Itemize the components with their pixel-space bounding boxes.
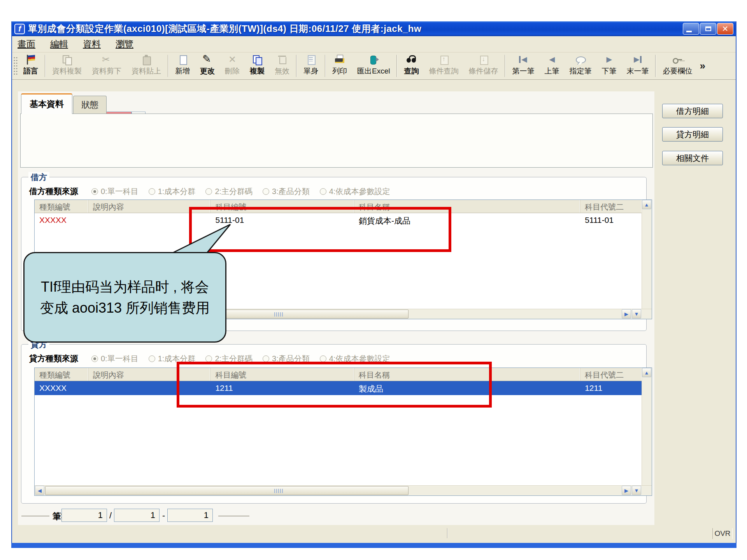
toolbar-label: 資料貼上 xyxy=(132,66,161,76)
toolbar-first-record[interactable]: 第一筆 xyxy=(507,52,539,79)
maximize-button[interactable] xyxy=(700,23,716,35)
close-button[interactable]: ✕ xyxy=(717,23,733,35)
scroll-left-icon[interactable]: ◀ xyxy=(35,486,44,495)
credit-source-label: 貸方種類來源 xyxy=(29,353,78,364)
toolbar-grip[interactable] xyxy=(13,56,18,76)
scroll-down-icon[interactable]: ▼ xyxy=(632,309,641,318)
radio-icon xyxy=(91,355,98,362)
toolbar-export-excel[interactable]: 匯出Excel xyxy=(352,52,395,79)
debit-vscrollbar[interactable]: ▲ xyxy=(642,200,652,309)
debit-option-4[interactable]: 4:依成本參數設定 xyxy=(320,186,390,197)
toolbar-label: 更改 xyxy=(200,66,215,76)
cell-type-no: XXXXX xyxy=(35,381,88,395)
toolbar-void[interactable]: 無效 xyxy=(270,52,295,79)
toolbar: 語言 資料複製 資料剪下 資料貼上 新增 更改 刪除 複製 無效 單身 列印 匯… xyxy=(12,52,736,80)
toolbar-data-copy[interactable]: 資料複製 xyxy=(47,52,87,79)
goto-record-icon xyxy=(575,54,586,66)
record-selected-field[interactable]: 1 xyxy=(167,509,213,522)
minimize-icon xyxy=(686,31,692,32)
footer-rule-right xyxy=(218,516,249,517)
toolbar-separator xyxy=(655,55,656,77)
related-docs-button[interactable]: 相關文件 xyxy=(662,151,723,165)
copy-icon xyxy=(61,54,73,66)
last-record-icon xyxy=(632,54,644,66)
radio-icon xyxy=(205,188,212,195)
debit-option-2[interactable]: 2:主分群碼 xyxy=(205,186,253,197)
debit-option-0[interactable]: 0:單一科目 xyxy=(91,186,139,197)
column-header[interactable]: 種類編號 xyxy=(35,368,88,381)
cell-type-no: XXXXX xyxy=(35,213,88,227)
scroll-down-icon[interactable]: ▼ xyxy=(632,486,641,495)
toolbar-label: 複製 xyxy=(250,66,265,76)
toolbar-print[interactable]: 列印 xyxy=(327,52,352,79)
maximize-icon xyxy=(705,26,711,31)
toolbar-label: 末一筆 xyxy=(626,66,649,76)
toolbar-label: 新增 xyxy=(175,66,190,76)
record-total-field[interactable]: 1 xyxy=(114,509,160,522)
trash-icon xyxy=(276,54,288,66)
toolbar-query[interactable]: 查詢 xyxy=(399,52,424,79)
toolbar-required-fields[interactable]: 必要欄位 xyxy=(658,52,697,79)
toolbar-condition-query[interactable]: 條件查詢 xyxy=(424,52,463,79)
cut-icon xyxy=(101,54,112,66)
toolbar-detail[interactable]: 單身 xyxy=(298,52,323,79)
toolbar-separator xyxy=(396,55,397,77)
tab-status[interactable]: 狀態 xyxy=(73,96,107,114)
debit-caption: 借方 xyxy=(28,172,49,183)
callout-bubble: TIf理由码当为样品时 , 将会变成 aooi313 所列销售费用 xyxy=(23,252,226,343)
toolbar-data-cut[interactable]: 資料剪下 xyxy=(87,52,126,79)
menu-screen[interactable]: 畫面 xyxy=(18,38,35,50)
scroll-up-icon[interactable]: ▲ xyxy=(642,368,651,377)
minimize-button[interactable] xyxy=(683,23,699,35)
toolbar-last-record[interactable]: 末一筆 xyxy=(621,52,654,79)
toolbar-separator xyxy=(168,55,168,77)
menubar: 畫面 編輯 資料 瀏覽 xyxy=(12,36,736,52)
menu-edit[interactable]: 編輯 xyxy=(50,38,68,50)
tab-panel xyxy=(20,114,653,168)
scrollbar-thumb[interactable] xyxy=(45,486,409,495)
toolbar-next-record[interactable]: 下筆 xyxy=(596,52,621,79)
new-doc-icon xyxy=(177,54,188,66)
toolbar-goto-record[interactable]: 指定筆 xyxy=(564,52,596,79)
menu-browse[interactable]: 瀏覽 xyxy=(116,38,133,50)
toolbar-separator xyxy=(45,55,46,77)
radio-label: 0:單一科目 xyxy=(101,186,139,197)
column-header[interactable]: 種類編號 xyxy=(35,200,88,213)
column-header[interactable]: 科目代號二 xyxy=(580,368,642,381)
printer-icon xyxy=(334,54,345,66)
credit-hscrollbar[interactable]: ◀ ▶ ▼ xyxy=(35,485,652,495)
credit-vscrollbar[interactable]: ▲ xyxy=(642,368,652,485)
binoculars-icon xyxy=(405,54,417,66)
radio-label: 0:單一科目 xyxy=(101,354,139,364)
key-icon xyxy=(672,54,683,66)
radio-label: 3:產品分類 xyxy=(272,186,310,197)
scroll-up-icon[interactable]: ▲ xyxy=(642,200,651,209)
toolbar-label: 必要欄位 xyxy=(663,66,692,76)
toolbar-label: 資料複製 xyxy=(52,66,82,76)
count-separator: / xyxy=(109,511,112,521)
toolbar-duplicate[interactable]: 複製 xyxy=(245,52,270,79)
toolbar-new[interactable]: 新增 xyxy=(170,52,195,79)
scroll-right-icon[interactable]: ▶ xyxy=(622,486,631,495)
debit-detail-button[interactable]: 借方明細 xyxy=(662,104,723,118)
menu-data[interactable]: 資料 xyxy=(83,38,101,50)
credit-option-0[interactable]: 0:單一科目 xyxy=(91,354,139,364)
debit-option-1[interactable]: 1:成本分群 xyxy=(149,186,196,197)
count-separator: - xyxy=(162,511,165,521)
toolbar-prev-record[interactable]: 上筆 xyxy=(539,52,564,79)
bottom-blue-bar xyxy=(11,543,736,548)
toolbar-overflow-chevron[interactable]: » xyxy=(697,52,707,79)
toolbar-label: 下筆 xyxy=(601,66,616,76)
toolbar-data-paste[interactable]: 資料貼上 xyxy=(126,52,166,79)
scroll-right-icon[interactable]: ▶ xyxy=(622,309,631,318)
toolbar-condition-save[interactable]: 條件儲存 xyxy=(463,52,503,79)
toolbar-modify[interactable]: 更改 xyxy=(195,52,220,79)
record-current-field[interactable]: 1 xyxy=(61,509,107,522)
toolbar-delete[interactable]: 刪除 xyxy=(220,52,245,79)
credit-detail-button[interactable]: 貸方明細 xyxy=(662,127,723,142)
radio-icon xyxy=(320,188,326,195)
toolbar-language[interactable]: 語言 xyxy=(18,52,43,79)
tab-basic-data[interactable]: 基本資料 xyxy=(21,93,72,114)
column-header[interactable]: 科目代號二 xyxy=(580,200,642,213)
debit-option-3[interactable]: 3:產品分類 xyxy=(263,186,310,197)
